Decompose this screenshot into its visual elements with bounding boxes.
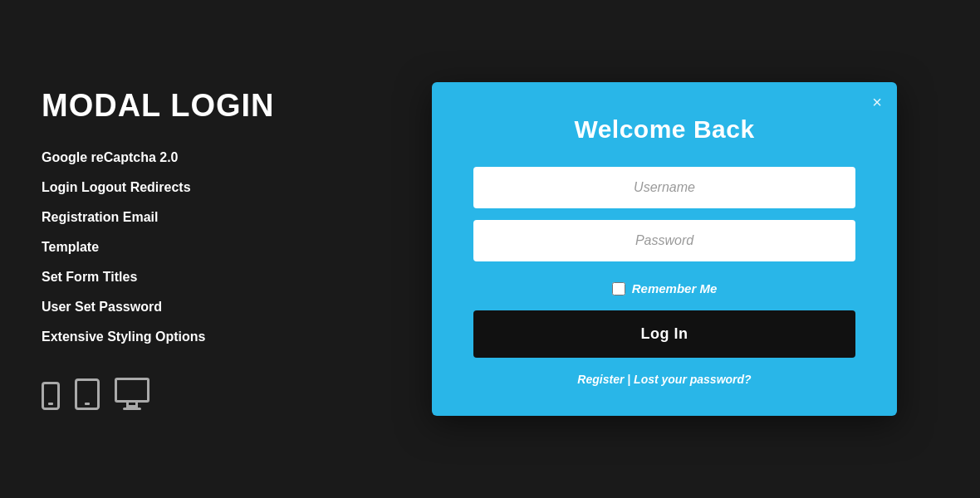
feature-item: Template [42, 240, 307, 255]
desktop-icon [115, 378, 149, 410]
modal-close-button[interactable]: × [872, 94, 882, 110]
remember-me-label[interactable]: Remember Me [632, 281, 718, 295]
username-input[interactable] [473, 167, 855, 208]
feature-item: Login Logout Redirects [42, 180, 307, 195]
lost-password-link[interactable]: Lost your password? [634, 373, 752, 386]
links-separator: | [624, 373, 634, 386]
left-panel: MODAL LOGIN Google reCaptcha 2.0Login Lo… [0, 55, 349, 443]
register-link[interactable]: Register [577, 373, 624, 386]
feature-item: User Set Password [42, 300, 307, 315]
feature-item: Google reCaptcha 2.0 [42, 150, 307, 165]
device-icons [42, 378, 307, 410]
modal-title: Welcome Back [473, 115, 855, 144]
password-input[interactable] [473, 220, 855, 261]
feature-item: Set Form Titles [42, 270, 307, 285]
login-button[interactable]: Log In [473, 310, 855, 358]
remember-me-row: Remember Me [473, 281, 855, 295]
feature-list: Google reCaptcha 2.0Login Logout Redirec… [42, 150, 307, 344]
mobile-icon [42, 382, 60, 410]
page-title: MODAL LOGIN [42, 88, 307, 124]
feature-item: Extensive Styling Options [42, 330, 307, 344]
remember-me-checkbox[interactable] [612, 282, 625, 295]
modal-overlay: × Welcome Back Remember Me Log In Regist… [349, 82, 980, 416]
feature-item: Registration Email [42, 210, 307, 225]
modal-container: × Welcome Back Remember Me Log In Regist… [432, 82, 897, 416]
tablet-icon [75, 378, 100, 410]
modal-links: Register | Lost your password? [473, 373, 855, 386]
